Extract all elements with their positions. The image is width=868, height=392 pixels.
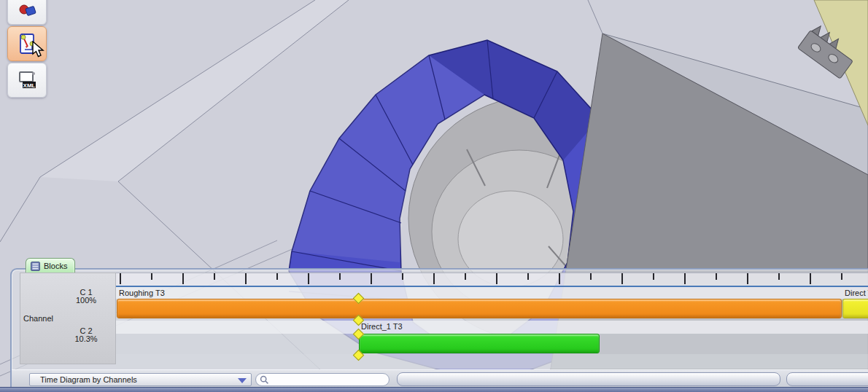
machine-parts-icon <box>18 3 36 22</box>
ruler-tick <box>276 273 278 280</box>
ruler-tick <box>182 273 184 284</box>
ruler-tick <box>684 273 686 284</box>
channel-1-load: C 1 100% <box>61 289 112 305</box>
ruler-tick <box>716 273 717 280</box>
channel-1-label-row: Roughing T3Direct T <box>116 287 868 299</box>
timeline-filler <box>116 354 868 369</box>
ruler-tick <box>653 273 654 280</box>
ruler-tick <box>559 273 560 284</box>
mouse-cursor-icon <box>32 41 45 58</box>
xml-icon-label: XML <box>23 82 36 89</box>
ruler-tick <box>402 273 403 280</box>
ruler-tick <box>527 273 529 280</box>
ruler-tick <box>339 273 341 280</box>
ruler-tick <box>621 273 623 284</box>
ruler-tick <box>151 273 152 280</box>
channel-column-title: Channel <box>23 314 53 323</box>
ruler-tick <box>433 273 435 284</box>
xml-export-button[interactable]: XML <box>7 63 47 98</box>
search-box[interactable] <box>255 373 390 386</box>
window-bottom-edge <box>0 387 868 392</box>
view-mode-value: Time Diagram by Channels <box>40 375 137 384</box>
channel-2-label-row: Direct_1 T3 <box>116 321 868 334</box>
channel-1-bar-row <box>116 299 868 319</box>
ruler-tick <box>778 273 780 280</box>
ruler-tick <box>120 273 121 284</box>
magnifier-icon <box>260 375 269 385</box>
ruler-tick <box>371 273 372 284</box>
tab-blocks[interactable]: Blocks <box>26 258 75 273</box>
horizontal-scrollbar[interactable] <box>397 372 780 386</box>
gantt-bar[interactable] <box>842 299 868 318</box>
ruler-tick <box>245 273 247 284</box>
ruler-tick <box>590 273 592 280</box>
time-ruler[interactable] <box>116 273 868 286</box>
channel-2-load: C 2 10.3% <box>61 327 112 343</box>
ruler-tick <box>747 273 748 284</box>
gantt-bar[interactable] <box>359 334 600 353</box>
ruler-tick <box>496 273 497 284</box>
ruler-tick <box>810 273 811 284</box>
xml-document-icon: XML <box>16 69 38 91</box>
search-input[interactable] <box>269 374 389 385</box>
view-mode-dropdown[interactable]: Time Diagram by Channels <box>29 373 252 386</box>
channel-header-column: C 1 100% Channel C 2 10.3% <box>20 273 116 364</box>
timeline-area[interactable]: Roughing T3Direct T Direct_1 T3 <box>116 273 868 369</box>
panel-footer-bar: Time Diagram by Channels <box>12 369 868 389</box>
ruler-tick <box>465 273 466 280</box>
gantt-bar-label: Direct_1 T3 <box>361 322 403 331</box>
cam-simulation-window: { "left_toolbar": { "buttons": [ {"name"… <box>0 0 868 392</box>
dropdown-arrow-icon <box>238 378 247 383</box>
ruler-tick <box>214 273 215 280</box>
gantt-bar-label: Direct T <box>845 289 868 297</box>
secondary-scrollbar[interactable] <box>786 372 868 386</box>
gantt-bar[interactable] <box>117 299 842 318</box>
ruler-tick <box>841 273 842 280</box>
channel-2-bar-row <box>116 334 868 354</box>
list-icon <box>31 262 40 271</box>
tab-blocks-label: Blocks <box>44 262 67 270</box>
gantt-bar-label: Roughing T3 <box>119 289 165 297</box>
ruler-tick <box>308 273 309 284</box>
time-diagram-panel: Blocks C 1 100% Channel C 2 10.3% Roughi… <box>10 268 868 392</box>
machine-setup-button[interactable] <box>7 0 47 25</box>
